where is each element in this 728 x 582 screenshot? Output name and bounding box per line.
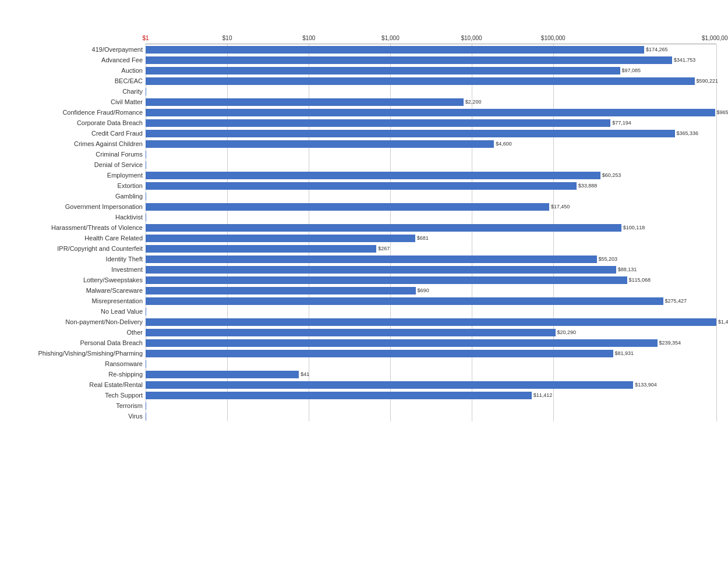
bar	[146, 329, 556, 336]
bar-row	[146, 359, 716, 369]
bar-value: $365,336	[677, 130, 699, 136]
y-label: Non-payment/Non-Delivery	[65, 317, 146, 327]
bar-row: $88,131	[146, 264, 716, 275]
y-label: IPR/Copyright and Counterfeit	[57, 243, 146, 254]
bar-row: $275,427	[146, 296, 716, 306]
tick-label: $100	[302, 35, 315, 41]
bar-row: $55,203	[146, 254, 716, 264]
bar-value: $100,118	[623, 225, 645, 230]
bar-value: $77,194	[612, 120, 631, 126]
bar-value: $81,931	[614, 350, 634, 356]
bar-row	[146, 212, 716, 222]
y-label: 419/Overpayment	[92, 44, 146, 55]
bar	[146, 413, 146, 420]
y-label: Advanced Fee	[101, 55, 146, 65]
bar-row	[146, 306, 716, 317]
y-label: Employment	[107, 170, 146, 180]
y-label: Misrepresentation	[92, 296, 146, 306]
bar-row: $60,253	[146, 170, 716, 180]
y-labels: 419/OverpaymentAdvanced FeeAuctionBEC/EA…	[12, 31, 146, 421]
bar	[146, 371, 299, 378]
bar	[146, 130, 675, 137]
bar	[146, 67, 620, 74]
bars-inner: $174,265$341,753$97,085$590,221$2,200$96…	[146, 44, 716, 421]
y-label: Confidence Fraud/Romance	[62, 107, 146, 118]
bar-value: $97,085	[622, 68, 641, 73]
bar-row: $115,068	[146, 275, 716, 285]
y-label: Charity	[122, 86, 146, 97]
bar-value: $1,428,043	[718, 319, 728, 325]
tick-label: $10,000	[461, 35, 482, 41]
y-label: Phishing/Vishing/Smishing/Pharming	[38, 348, 146, 359]
y-label: Personal Data Breach	[80, 338, 146, 348]
bar-row	[146, 411, 716, 421]
bar	[146, 224, 621, 232]
bar	[146, 98, 464, 106]
y-label: Lottery/Sweepstakes	[83, 275, 146, 285]
bar-row: $81,931	[146, 348, 716, 359]
bar-row: $965,946	[146, 107, 716, 118]
bar-row: $11,412	[146, 390, 716, 400]
bar-value: $275,427	[665, 298, 687, 304]
bar-row: $239,354	[146, 338, 716, 348]
bar-row	[146, 400, 716, 411]
bar-row: $41	[146, 369, 716, 379]
bar-value: $2,200	[465, 99, 482, 105]
bar	[146, 350, 613, 357]
y-label: Government Impersonation	[65, 201, 146, 212]
bar-row: $267	[146, 243, 716, 254]
y-label: Gambling	[115, 191, 146, 201]
bar	[146, 161, 146, 169]
y-label: Other	[126, 327, 146, 338]
bar-row	[146, 191, 716, 201]
y-label: Hacktivist	[115, 212, 146, 222]
y-label: Health Care Related	[84, 233, 146, 243]
bar-value: $174,265	[646, 47, 668, 52]
bar-value: $965,946	[716, 109, 728, 115]
bar-value: $55,203	[598, 256, 617, 262]
bar-value: $239,354	[659, 340, 681, 346]
bar-row: $174,265	[146, 44, 716, 55]
bar	[146, 182, 577, 190]
bar-row	[146, 159, 716, 170]
y-label: Real Estate/Rental	[89, 379, 146, 390]
bar	[146, 46, 644, 54]
bar	[146, 318, 716, 326]
bar	[146, 203, 549, 211]
bar-value: $690	[418, 288, 429, 293]
bar	[146, 109, 715, 116]
bar	[146, 140, 494, 148]
bar	[146, 360, 146, 368]
bar	[146, 297, 663, 305]
bar	[146, 151, 146, 158]
bar-row: $100,118	[146, 222, 716, 233]
bar-value: $41	[301, 371, 309, 377]
bar	[146, 276, 627, 284]
y-label: Terrorism	[116, 400, 146, 411]
bar	[146, 245, 376, 253]
bar-value: $60,253	[602, 172, 621, 178]
bar	[146, 255, 597, 263]
bar-value: $4,600	[496, 141, 512, 147]
bar-row: $2,200	[146, 97, 716, 107]
bar	[146, 392, 532, 399]
bar	[146, 193, 146, 200]
y-label: Extortion	[118, 180, 146, 191]
bar-row	[146, 86, 716, 97]
y-label: Auction	[121, 65, 146, 76]
y-label: Virus	[128, 411, 146, 421]
bar-value: $17,450	[551, 204, 570, 210]
bar-row: $365,336	[146, 128, 716, 139]
bar-row: $341,753	[146, 55, 716, 65]
bar-row: $77,194	[146, 118, 716, 128]
bar-row: $590,221	[146, 76, 716, 86]
bar	[146, 88, 146, 95]
bar-value: $133,904	[635, 382, 657, 388]
y-label: Harassment/Threats of Violence	[51, 222, 146, 233]
chart-container: 419/OverpaymentAdvanced FeeAuctionBEC/EA…	[12, 29, 716, 421]
bar	[146, 381, 633, 389]
bar-value: $267	[378, 246, 390, 251]
y-label: No Lead Value	[101, 306, 146, 317]
y-label: Denial of Service	[94, 159, 146, 170]
bar-value: $11,412	[533, 392, 553, 398]
